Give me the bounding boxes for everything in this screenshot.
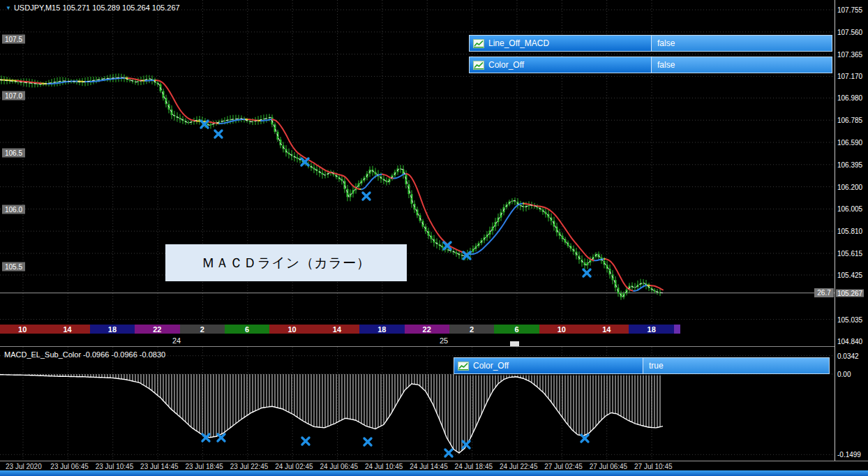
scale-label: 107.755 [837, 6, 862, 14]
time-axis-label: 23 Jul 14:45 [140, 463, 179, 470]
param-name-cell: Color_Off [454, 358, 643, 373]
price-level-tag: 107.0 [2, 91, 25, 101]
time-axis-label: 24 Jul 06:45 [320, 463, 359, 470]
mt4-chart-window: ▼USDJPY,M15 105.271 105.289 105.264 105.… [0, 0, 868, 476]
param-row-line-off-macd[interactable]: Line_Off_MACD false [469, 35, 832, 52]
session-segment: 2 [449, 325, 494, 334]
macd-line-color-label[interactable]: ＭＡＣＤライン（カラー） [165, 244, 407, 281]
param-name-cell: Line_Off_MACD [470, 36, 651, 51]
session-segment: 22 [135, 325, 179, 334]
session-segment: 18 [359, 325, 404, 334]
bid-price-scale-box: 105.267 [836, 289, 864, 297]
session-segment: 22 [405, 325, 449, 334]
chart-menu-triangle-icon[interactable]: ▼ [6, 5, 11, 11]
session-segment: 14 [45, 325, 89, 334]
param-value: false [651, 57, 832, 73]
scale-label: 0.00 [837, 371, 851, 378]
time-axis-label: 27 Jul 02:45 [544, 463, 583, 470]
session-segment [674, 325, 680, 334]
window-divider-grip[interactable] [510, 341, 519, 346]
price-scale[interactable]: 107.755107.560107.365107.170106.980106.7… [835, 0, 868, 461]
bottom-window-strip [0, 470, 868, 476]
scale-label: -0.1499 [837, 451, 861, 459]
price-level-tag: 106.5 [2, 148, 25, 157]
time-axis-label: 24 Jul 22:45 [500, 463, 538, 470]
scale-label: 105.615 [837, 249, 862, 257]
session-segment: 14 [315, 325, 359, 334]
param-name-cell: Color_Off [470, 57, 651, 73]
param-name: Color_Off [488, 60, 524, 70]
param-name: Line_Off_MACD [488, 38, 549, 48]
session-segment: 10 [0, 325, 45, 334]
time-axis-label: 24 Jul 18:45 [455, 463, 493, 470]
param-row-indicator-color-off[interactable]: Color_Off true [454, 357, 830, 374]
session-segment: 18 [629, 325, 673, 334]
time-axis-label: 23 Jul 2020 [6, 463, 42, 470]
scale-label: 106.980 [837, 94, 862, 102]
indicator-icon [458, 362, 469, 371]
price-level-tag: 106.0 [2, 205, 25, 214]
session-segment: 10 [269, 325, 314, 334]
session-segment: 2 [180, 325, 225, 334]
scale-label: 106.590 [837, 138, 862, 146]
scale-label: 105.035 [837, 315, 862, 323]
bid-line-tag: 26.7 [814, 288, 834, 297]
scale-label: 107.365 [837, 50, 862, 58]
scale-label: 107.170 [837, 73, 862, 80]
param-name: Color_Off [473, 361, 509, 371]
chart-title: ▼USDJPY,M15 105.271 105.289 105.264 105.… [6, 3, 180, 12]
scale-label: 106.395 [837, 161, 862, 168]
scale-label: 106.005 [837, 205, 862, 213]
price-level-tag: 107.5 [2, 34, 25, 43]
session-hours-bar: 10141822261014182226101418 [0, 325, 680, 334]
time-axis-label: 24 Jul 14:45 [410, 463, 448, 470]
indicator-title: MACD_EL_Sub_Color -0.0966 -0.0966 -0.083… [4, 350, 165, 359]
scale-label: 106.200 [837, 183, 862, 191]
scale-label: 105.425 [837, 271, 862, 278]
time-axis-label: 24 Jul 10:45 [365, 463, 403, 470]
time-axis-label: 23 Jul 18:45 [185, 463, 223, 470]
panel-divider[interactable] [0, 346, 868, 347]
scale-label: 105.810 [837, 228, 862, 235]
param-row-color-off[interactable]: Color_Off false [469, 57, 832, 73]
scale-label: 106.785 [837, 117, 862, 124]
time-axis-label: 24 Jul 02:45 [275, 463, 313, 470]
main-price-chart[interactable] [0, 0, 835, 347]
time-axis-label: 23 Jul 10:45 [96, 463, 134, 470]
time-axis-label: 27 Jul 06:45 [590, 463, 628, 470]
session-segment: 6 [494, 325, 539, 334]
session-segment: 6 [225, 325, 269, 334]
session-segment: 14 [584, 325, 629, 334]
param-value: false [651, 36, 832, 51]
day-label: 24 [172, 336, 181, 345]
time-axis-label: 23 Jul 22:45 [230, 463, 269, 470]
session-segment: 18 [90, 325, 135, 334]
indicator-icon [473, 39, 484, 48]
scale-label: 107.560 [837, 28, 862, 36]
time-axis-label: 27 Jul 10:45 [634, 463, 673, 470]
indicator-icon [473, 61, 484, 70]
time-axis-label: 23 Jul 06:45 [50, 463, 89, 470]
price-level-tag: 105.5 [2, 262, 25, 271]
param-value: true [643, 358, 829, 373]
scale-label: 104.840 [837, 338, 862, 345]
scale-label: 0.0342 [837, 352, 859, 359]
day-label: 25 [440, 336, 448, 345]
session-segment: 10 [539, 325, 584, 334]
chart-title-text: USDJPY,M15 105.271 105.289 105.264 105.2… [14, 3, 180, 12]
time-axis[interactable]: 23 Jul 202023 Jul 06:4523 Jul 10:4523 Ju… [0, 461, 868, 471]
